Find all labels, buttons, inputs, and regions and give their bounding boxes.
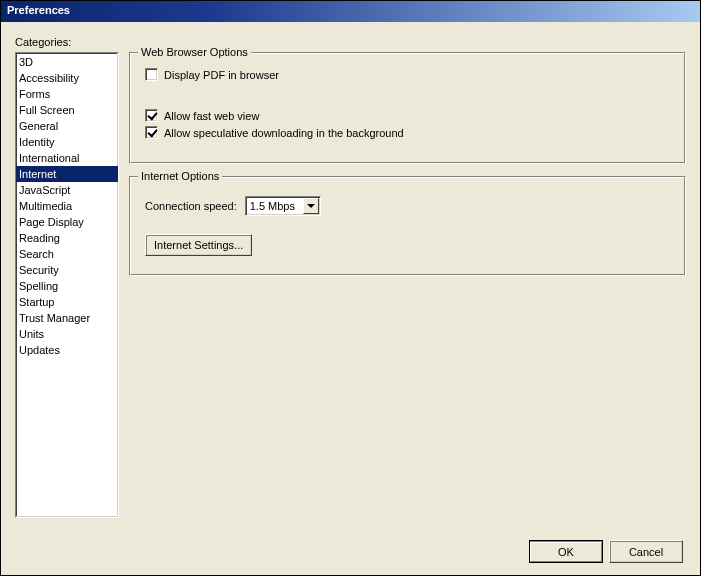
categories-listbox[interactable]: 3DAccessibilityFormsFull ScreenGeneralId… — [15, 52, 119, 518]
display-pdf-label: Display PDF in browser — [164, 69, 279, 81]
fast-web-checkbox[interactable] — [145, 109, 158, 122]
category-item[interactable]: Units — [16, 326, 118, 342]
category-item[interactable]: Multimedia — [16, 198, 118, 214]
category-item[interactable]: Search — [16, 246, 118, 262]
internet-settings-button[interactable]: Internet Settings... — [145, 234, 252, 256]
category-item[interactable]: 3D — [16, 54, 118, 70]
chevron-down-icon[interactable] — [303, 198, 319, 214]
speculative-label: Allow speculative downloading in the bac… — [164, 127, 404, 139]
window-title: Preferences — [7, 4, 70, 16]
cancel-button[interactable]: Cancel — [609, 540, 683, 563]
internet-options-group: Internet Options Connection speed: 1.5 M… — [129, 176, 686, 276]
category-item[interactable]: Startup — [16, 294, 118, 310]
connection-speed-value: 1.5 Mbps — [250, 200, 295, 212]
categories-label: Categories: — [15, 36, 686, 48]
web-browser-options-group: Web Browser Options Display PDF in brows… — [129, 52, 686, 164]
speculative-checkbox[interactable] — [145, 126, 158, 139]
category-item[interactable]: General — [16, 118, 118, 134]
category-item[interactable]: Security — [16, 262, 118, 278]
connection-speed-label: Connection speed: — [145, 200, 237, 212]
category-item[interactable]: Forms — [16, 86, 118, 102]
ok-button[interactable]: OK — [529, 540, 603, 563]
category-item[interactable]: Trust Manager — [16, 310, 118, 326]
fast-web-label: Allow fast web view — [164, 110, 259, 122]
window-titlebar: Preferences — [1, 1, 700, 22]
connection-speed-select[interactable]: 1.5 Mbps — [245, 196, 321, 216]
category-item[interactable]: Page Display — [16, 214, 118, 230]
category-item[interactable]: Spelling — [16, 278, 118, 294]
group-legend: Internet Options — [138, 170, 222, 182]
category-item[interactable]: Accessibility — [16, 70, 118, 86]
category-item[interactable]: Reading — [16, 230, 118, 246]
category-item[interactable]: Updates — [16, 342, 118, 358]
display-pdf-checkbox[interactable] — [145, 68, 158, 81]
group-legend: Web Browser Options — [138, 46, 251, 58]
category-item[interactable]: Identity — [16, 134, 118, 150]
category-item[interactable]: International — [16, 150, 118, 166]
category-item[interactable]: Full Screen — [16, 102, 118, 118]
dialog-content: Categories: 3DAccessibilityFormsFull Scr… — [1, 22, 700, 575]
category-item[interactable]: Internet — [16, 166, 118, 182]
category-item[interactable]: JavaScript — [16, 182, 118, 198]
dialog-footer: OK Cancel — [529, 540, 683, 563]
